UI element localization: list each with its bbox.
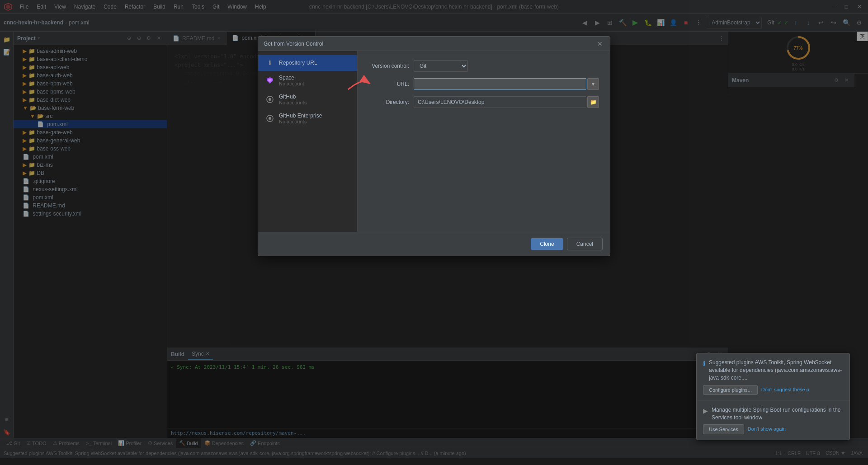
version-control-select[interactable]: Git <box>414 60 468 72</box>
git-push-button[interactable]: ↑ <box>790 17 801 28</box>
forward-button[interactable]: ▶ <box>592 17 603 28</box>
tree-item-readme[interactable]: 📄 README.md <box>14 202 167 210</box>
stop-button[interactable]: ■ <box>680 17 691 28</box>
breadcrumb-separator: › <box>65 19 67 26</box>
tree-item-nexus-settings[interactable]: 📄 nexus-settings.xml <box>14 185 167 193</box>
sidebar-icon-commit[interactable]: 📝 <box>1 46 13 58</box>
git-undo-button[interactable]: ↩ <box>816 17 826 28</box>
menu-tools[interactable]: Tools <box>188 3 208 11</box>
folder-icon: ▶ <box>23 56 27 62</box>
modal-sidebar-repository-url[interactable]: ⬇ Repository URL <box>258 55 357 71</box>
build-sync-tab[interactable]: Sync ✕ <box>188 349 213 360</box>
tree-expand-button[interactable]: ⊕ <box>124 34 133 43</box>
menu-edit[interactable]: Edit <box>33 3 50 11</box>
tab-more-button[interactable]: ⋮ <box>715 35 728 42</box>
profile-button[interactable]: 👤 <box>668 17 679 28</box>
dont-show-again-link[interactable]: Don't show again <box>748 424 786 434</box>
github-content: GitHub No accounts <box>279 94 307 105</box>
debug-button[interactable]: 🐛 <box>642 17 653 28</box>
modal-sidebar-github-enterprise[interactable]: GitHub Enterprise No accounts <box>258 109 357 128</box>
minimize-button[interactable]: ─ <box>829 3 839 11</box>
vcs-config-dropdown[interactable]: AdminBootstrap <box>706 17 762 28</box>
maximize-button[interactable]: □ <box>842 3 851 11</box>
menu-build[interactable]: Build <box>150 3 169 11</box>
menu-code[interactable]: Code <box>100 3 120 11</box>
menu-file[interactable]: File <box>16 3 32 11</box>
tree-item-base-form-web[interactable]: ▼ 📂 base-form-web <box>14 104 167 112</box>
menu-refactor[interactable]: Refactor <box>121 3 149 11</box>
sidebar-icon-structure[interactable]: ≡ <box>1 413 13 425</box>
toolbar-dependencies[interactable]: 📦 Dependencies <box>202 438 246 448</box>
menu-help[interactable]: Help <box>251 3 270 11</box>
url-input[interactable] <box>414 78 586 90</box>
use-services-button[interactable]: Use Services <box>703 424 744 434</box>
tree-item-base-api-client-demo[interactable]: ▶ 📁 base-api-client-demo <box>14 55 167 63</box>
more-run-button[interactable]: ⋮ <box>693 17 704 28</box>
tree-item-base-gate-web[interactable]: ▶ 📁 base-gate-web <box>14 128 167 136</box>
tree-item-pom-xml-2[interactable]: 📄 pom.xml <box>14 193 167 202</box>
clone-button[interactable]: Clone <box>531 238 563 250</box>
tree-item-base-admin-web[interactable]: ▶ 📁 base-admin-web <box>14 47 167 55</box>
tree-collapse-button[interactable]: ⊖ <box>134 34 143 43</box>
back-button[interactable]: ◀ <box>579 17 590 28</box>
tree-item-base-api-web[interactable]: ▶ 📁 base-api-web <box>14 63 167 71</box>
directory-browse-button[interactable]: 📁 <box>587 96 599 108</box>
tree-item-base-bpms-web[interactable]: ▶ 📁 base-bpms-web <box>14 88 167 96</box>
cancel-button[interactable]: Cancel <box>567 238 603 250</box>
git-pull-button[interactable]: ↓ <box>803 17 814 28</box>
tree-settings-button[interactable]: ⚙ <box>144 34 153 43</box>
toolbar-problems[interactable]: ⚠ Problems <box>50 438 82 448</box>
tree-item-gitignore[interactable]: 📄 .gitignore <box>14 177 167 185</box>
toolbar-profiler[interactable]: 📊 Profiler <box>115 438 144 448</box>
run-button[interactable]: ▶ <box>630 17 641 28</box>
tree-item-db[interactable]: ▶ 📁 DB <box>14 169 167 177</box>
cursor-position[interactable]: 1:1 <box>774 450 784 456</box>
menu-view[interactable]: View <box>51 3 70 11</box>
menu-git[interactable]: Git <box>209 3 223 11</box>
maven-settings-button[interactable]: ⚙ <box>832 76 841 85</box>
tree-item-base-auth-web[interactable]: ▶ 📁 base-auth-web <box>14 71 167 80</box>
directory-input[interactable] <box>414 96 586 108</box>
tab-readme-close[interactable]: ✕ <box>217 36 221 41</box>
tree-item-pom-xml[interactable]: 📄 pom.xml <box>14 120 167 128</box>
tree-item-biz-ms[interactable]: ▶ 📁 biz-ms <box>14 161 167 169</box>
toolbar-build[interactable]: 🔨 Build <box>176 438 200 448</box>
tree-item-base-general-web[interactable]: ▶ 📁 base-general-web <box>14 136 167 145</box>
modal-close-button[interactable]: ✕ <box>595 39 604 48</box>
toolbar-git[interactable]: ⎇ Git <box>4 438 23 448</box>
toolbar-services[interactable]: ⚙ Services <box>145 438 175 448</box>
sidebar-icon-bookmarks[interactable]: 🔖 <box>1 426 13 438</box>
english-popup: 英 <box>857 32 868 41</box>
tree-item-base-oss-web[interactable]: ▶ 📁 base-oss-web <box>14 145 167 153</box>
tree-item-base-bpm-web[interactable]: ▶ 📁 base-bpm-web <box>14 80 167 88</box>
toolbar-endpoints[interactable]: 🔗 Endpoints <box>247 438 283 448</box>
toolbar-todo[interactable]: ☑ TODO <box>24 438 49 448</box>
menu-navigate[interactable]: Navigate <box>71 3 99 11</box>
search-button[interactable]: 🔍 <box>841 17 852 28</box>
modal-sidebar-space[interactable]: Space No account <box>258 71 357 90</box>
modal-sidebar-github[interactable]: GitHub No accounts <box>258 90 357 109</box>
tree-item-src[interactable]: ▼ 📂 src <box>14 112 167 120</box>
tree-item-settings-security[interactable]: 📄 settings-security.xml <box>14 210 167 218</box>
toolbar-terminal[interactable]: >_ Terminal <box>83 438 114 448</box>
build-tab-close[interactable]: ✕ <box>206 351 209 356</box>
sidebar-icon-project[interactable]: 📁 <box>1 33 13 45</box>
line-endings[interactable]: CRLF <box>786 450 802 456</box>
menu-run[interactable]: Run <box>170 3 187 11</box>
run-with-coverage-button[interactable]: 📊 <box>655 17 666 28</box>
recent-files-button[interactable]: ⊞ <box>604 17 615 28</box>
url-dropdown-button[interactable]: ▾ <box>587 78 599 90</box>
tree-hide-button[interactable]: ✕ <box>154 34 163 43</box>
tree-item-base-dict-web[interactable]: ▶ 📁 base-dict-web <box>14 96 167 104</box>
tab-readme[interactable]: 📄 README.md ✕ <box>167 32 226 45</box>
close-button[interactable]: ✕ <box>854 3 864 11</box>
maven-hide-button[interactable]: ✕ <box>842 76 851 85</box>
menu-window[interactable]: Window <box>224 3 250 11</box>
settings-button[interactable]: ⚙ <box>854 17 864 28</box>
configure-plugins-button[interactable]: Configure plugins... <box>703 385 758 395</box>
file-encoding[interactable]: UTF-8 <box>804 450 822 456</box>
dont-suggest-link[interactable]: Don't suggest these p <box>761 385 809 395</box>
git-redo-button[interactable]: ↪ <box>828 17 839 28</box>
tree-item-pom-xml-root[interactable]: 📄 pom.xml <box>14 153 167 161</box>
build-button[interactable]: 🔨 <box>617 17 628 28</box>
